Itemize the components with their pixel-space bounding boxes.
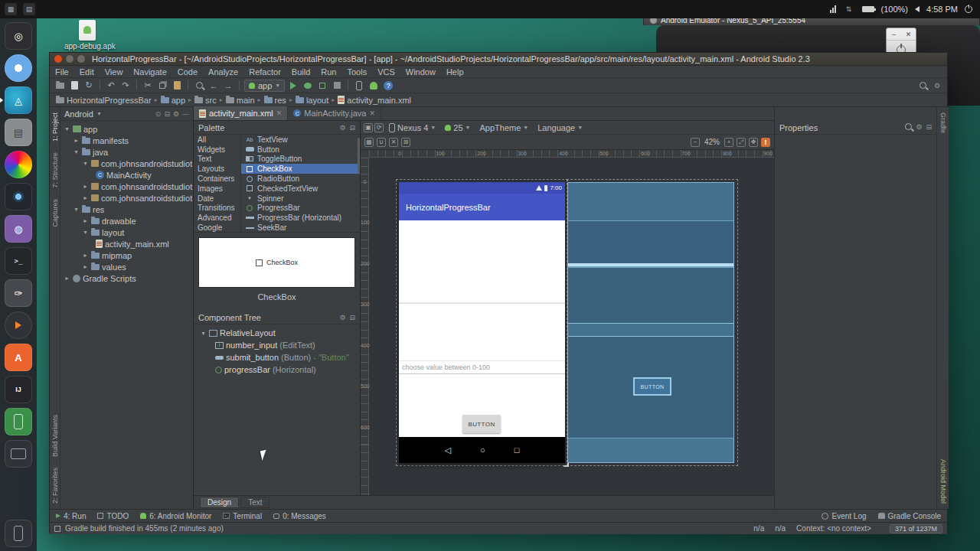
sync-indicator-icon[interactable]: ⇅ bbox=[843, 3, 855, 15]
palette-item-progressbar-horizontal[interactable]: ProgressBar (Horizontal) bbox=[241, 213, 360, 223]
menu-analyze[interactable]: Analyze bbox=[203, 66, 243, 77]
clock[interactable]: 4:58 PM bbox=[926, 5, 958, 14]
stop-button[interactable] bbox=[331, 80, 343, 92]
launcher-tablet-device[interactable] bbox=[5, 440, 32, 468]
palette-item-progressbar[interactable]: ProgressBar bbox=[241, 204, 360, 214]
palette-category-transitions[interactable]: Transitions bbox=[194, 204, 240, 214]
search-everywhere-icon[interactable] bbox=[916, 80, 929, 92]
locale-select[interactable]: Language▼ bbox=[534, 123, 586, 132]
hide-panel-icon[interactable]: — bbox=[182, 110, 189, 118]
memory-indicator[interactable]: 371 of 1237M bbox=[890, 524, 942, 533]
minimize-panel-icon[interactable]: ⊟ bbox=[349, 124, 355, 132]
launcher-media-player[interactable] bbox=[5, 311, 32, 339]
tool-tab-messages[interactable]: 0: Messages bbox=[273, 512, 326, 520]
launcher-media-disc[interactable] bbox=[5, 151, 32, 178]
menu-vcs[interactable]: VCS bbox=[372, 66, 400, 77]
menu-code[interactable]: Code bbox=[172, 66, 203, 77]
tool-tab-captures[interactable]: Captures bbox=[51, 194, 59, 233]
zoom-fit-icon[interactable]: ⤢ bbox=[737, 138, 746, 147]
design-surface[interactable]: ▣ ⟳ Nexus 4▼ 25▼ AppTheme▼ Language▼ ▦ ∪… bbox=[361, 121, 774, 495]
breadcrumb-layout[interactable]: layout bbox=[296, 96, 328, 105]
menu-navigate[interactable]: Navigate bbox=[128, 66, 172, 77]
zoom-in-icon[interactable]: + bbox=[724, 138, 733, 147]
toolbar-settings-icon[interactable]: ⚙ bbox=[931, 80, 943, 92]
launcher-android-phone[interactable] bbox=[5, 408, 32, 435]
orientation-icon[interactable]: ⟳ bbox=[374, 123, 384, 132]
minimize-window-button[interactable] bbox=[66, 55, 74, 63]
tool-tab-android-model[interactable]: Android Model bbox=[939, 454, 947, 509]
cut-icon[interactable]: ✂ bbox=[142, 80, 154, 92]
sync-icon[interactable]: ↻ bbox=[83, 80, 95, 92]
breadcrumb-main[interactable]: main bbox=[226, 96, 255, 105]
tool-tab-favorites[interactable]: 2: Favorites bbox=[51, 462, 59, 509]
tree-item-activity-main-xml[interactable]: activity_main.xml bbox=[60, 238, 193, 249]
palette-category-widgets[interactable]: Widgets bbox=[194, 145, 240, 155]
menu-build[interactable]: Build bbox=[286, 66, 315, 77]
tab-design[interactable]: Design bbox=[200, 497, 239, 508]
close-icon[interactable]: ✕ bbox=[276, 109, 283, 117]
app-indicator-icon[interactable]: ▦ bbox=[5, 3, 17, 15]
debug-button[interactable] bbox=[302, 80, 314, 92]
tab-text[interactable]: Text bbox=[240, 497, 270, 508]
tree-item-app[interactable]: ▾app bbox=[60, 123, 193, 135]
tool-tab-gradle-console[interactable]: Gradle Console bbox=[878, 512, 941, 520]
menu-window[interactable]: Window bbox=[400, 66, 441, 77]
launcher-file-manager[interactable]: ▤ bbox=[5, 119, 32, 146]
widget-number-input[interactable]: choose value between 0-100 bbox=[399, 360, 565, 374]
device-select[interactable]: Nexus 4▼ bbox=[385, 123, 439, 132]
tool-tab-android-monitor[interactable]: 6: Android Monitor bbox=[140, 512, 211, 520]
open-icon[interactable] bbox=[54, 80, 66, 92]
breadcrumb-project[interactable]: HorizontalProgressBar bbox=[56, 96, 152, 105]
blueprint-progressbar[interactable] bbox=[568, 263, 733, 266]
maximize-window-button[interactable] bbox=[77, 55, 85, 63]
copy-icon[interactable] bbox=[156, 80, 168, 92]
surface-mode-icon[interactable]: ▣ bbox=[364, 123, 373, 132]
undo-icon[interactable]: ↶ bbox=[105, 80, 117, 92]
pan-icon[interactable]: ✥ bbox=[749, 138, 758, 147]
gear-icon[interactable]: ⚙ bbox=[916, 123, 922, 132]
files-indicator-icon[interactable]: ▤ bbox=[23, 3, 35, 15]
close-icon[interactable]: ✕ bbox=[369, 109, 375, 117]
widget-submit-button[interactable]: BUTTON bbox=[462, 415, 501, 433]
coverage-button[interactable] bbox=[316, 80, 328, 92]
run-button[interactable] bbox=[287, 80, 299, 92]
palette-category-advanced[interactable]: Advanced bbox=[194, 213, 240, 223]
component-number-input[interactable]: I number_input (EditText) bbox=[194, 339, 360, 351]
gear-icon[interactable]: ⚙ bbox=[173, 110, 179, 118]
phone-preview[interactable]: 7:00 HorizontalProgressBar choose value … bbox=[399, 182, 565, 463]
close-button[interactable]: ✕ bbox=[901, 28, 916, 40]
tree-item-package-androidtest[interactable]: ▸com.johnsandroidstudiot bbox=[60, 181, 193, 192]
tool-tab-terminal[interactable]: >_Terminal bbox=[223, 512, 262, 520]
palette-item-checkbox[interactable]: CheckBox bbox=[241, 164, 360, 174]
palette-item-checkedtextview[interactable]: CheckedTextView bbox=[241, 184, 360, 194]
breadcrumb-res[interactable]: res bbox=[264, 96, 286, 105]
component-progressbar[interactable]: progressBar (Horizontal) bbox=[194, 364, 360, 376]
window-titlebar[interactable]: HorizontalProgressBar - [~/AndroidStudio… bbox=[50, 53, 947, 66]
tool-tab-todo[interactable]: TODO bbox=[97, 512, 129, 520]
lint-warning-badge[interactable]: ! bbox=[761, 138, 770, 147]
redo-icon[interactable]: ↷ bbox=[119, 80, 132, 92]
menu-edit[interactable]: Edit bbox=[74, 66, 100, 77]
palette-category-all[interactable]: All bbox=[194, 135, 240, 145]
tree-item-values[interactable]: ▸values bbox=[60, 261, 193, 272]
search-icon[interactable] bbox=[905, 123, 912, 132]
tree-item-manifests[interactable]: ▸manifests bbox=[60, 135, 193, 146]
palette-category-layouts[interactable]: Layouts bbox=[194, 164, 240, 174]
clear-constraints-icon[interactable]: ✕ bbox=[389, 138, 398, 147]
breadcrumb-app[interactable]: app bbox=[161, 96, 185, 105]
palette-category-date[interactable]: Date bbox=[194, 194, 240, 204]
launcher-software-center[interactable]: A bbox=[5, 344, 32, 371]
avd-manager-icon[interactable] bbox=[353, 80, 365, 92]
minimize-button[interactable]: – bbox=[887, 28, 901, 40]
launcher-dash-home[interactable]: ◎ bbox=[5, 22, 32, 50]
project-view-select[interactable]: Android bbox=[64, 109, 93, 119]
power-menu-icon[interactable] bbox=[965, 5, 972, 13]
gear-icon[interactable]: ⚙ bbox=[339, 124, 345, 132]
battery-icon[interactable] bbox=[862, 6, 874, 12]
locate-file-icon[interactable]: ⊙ bbox=[155, 110, 162, 118]
blueprint-preview[interactable]: BUTTON bbox=[567, 182, 734, 463]
margins-icon[interactable]: ⊞ bbox=[401, 138, 410, 147]
magnet-icon[interactable]: ∪ bbox=[377, 138, 386, 147]
launcher-graphics-app[interactable]: ◍ bbox=[5, 215, 32, 243]
component-submit-button[interactable]: submit_button (Button) - "Button" bbox=[194, 351, 360, 364]
